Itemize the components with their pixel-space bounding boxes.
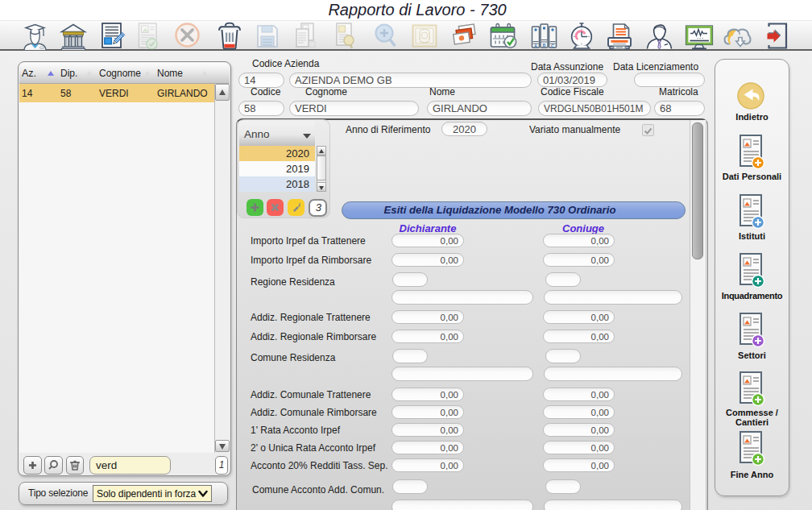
svg-text:A: A: [534, 44, 537, 48]
svg-text:B: B: [543, 43, 546, 48]
svg-text:C: C: [551, 44, 554, 48]
